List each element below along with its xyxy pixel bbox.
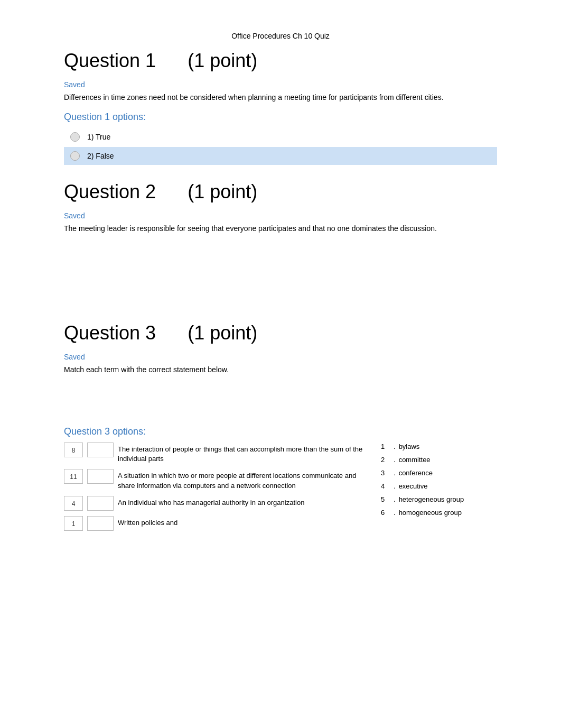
right-num-1: 1 [381, 443, 391, 450]
q3-spacer [64, 384, 497, 426]
option-true-row[interactable]: 1) True [64, 128, 497, 146]
matching-container: 8 The interaction of people or things th… [64, 443, 497, 534]
match-answer-4[interactable] [87, 516, 114, 531]
right-option-6: 6 . homogeneous group [381, 509, 497, 517]
question-1-saved: Saved [64, 80, 497, 89]
question-2-number: Question 2 [64, 181, 156, 202]
right-option-5: 5 . heterogeneous group [381, 495, 497, 503]
match-row-1: 8 The interaction of people or things th… [64, 443, 365, 464]
question-3-options-label: Question 3 options: [64, 426, 497, 437]
question-1-block: Question 1 (1 point) Saved Differences i… [64, 50, 497, 165]
right-dot-1: . [394, 443, 396, 450]
right-label-2: committee [399, 456, 431, 464]
right-dot-3: . [394, 469, 396, 477]
question-2-block: Question 2 (1 point) Saved The meeting l… [64, 181, 497, 306]
match-text-2: A situation in which two or more people … [118, 469, 365, 490]
match-row-4: 1 Written policies and [64, 516, 365, 531]
question-3-number: Question 3 [64, 322, 156, 344]
option-false-row[interactable]: 2) False [64, 147, 497, 165]
right-label-3: conference [399, 469, 433, 477]
right-num-2: 2 [381, 456, 391, 463]
match-num-3: 4 [64, 496, 83, 511]
quiz-title: Office Procedures Ch 10 Quiz [64, 32, 497, 40]
question-2-text: The meeting leader is responsible for se… [64, 223, 497, 234]
right-label-1: bylaws [399, 443, 420, 450]
right-num-4: 4 [381, 483, 391, 490]
match-answer-3[interactable] [87, 496, 114, 511]
matching-right: 1 . bylaws 2 . committee 3 . conference … [381, 443, 497, 534]
right-option-4: 4 . executive [381, 482, 497, 490]
right-num-6: 6 [381, 509, 391, 516]
option-false-radio[interactable] [70, 151, 80, 161]
question-3-saved: Saved [64, 353, 497, 361]
question-1-number: Question 1 [64, 50, 156, 71]
question-1-options-label: Question 1 options: [64, 112, 497, 123]
right-option-2: 2 . committee [381, 456, 497, 464]
match-text-1: The interaction of people or things that… [118, 443, 365, 464]
question-1-points: (1 point) [188, 50, 257, 71]
page-container: Office Procedures Ch 10 Quiz Question 1 … [53, 0, 508, 571]
right-option-1: 1 . bylaws [381, 443, 497, 450]
match-row-3: 4 An individual who has managerial autho… [64, 496, 365, 511]
match-num-2: 11 [64, 469, 83, 484]
q2-spacer [64, 243, 497, 306]
right-dot-6: . [394, 509, 396, 517]
option-true-label: 1) True [87, 133, 110, 141]
question-1-header: Question 1 (1 point) [64, 50, 497, 72]
match-answer-1[interactable] [87, 443, 114, 457]
match-text-3: An individual who has managerial authori… [118, 496, 304, 508]
question-3-block: Question 3 (1 point) Saved Match each te… [64, 322, 497, 534]
question-2-points: (1 point) [188, 181, 257, 202]
question-3-header: Question 3 (1 point) [64, 322, 497, 344]
right-option-3: 3 . conference [381, 469, 497, 477]
match-num-1: 8 [64, 443, 83, 457]
option-true-radio[interactable] [70, 132, 80, 142]
right-label-6: homogeneous group [399, 509, 462, 517]
match-text-4: Written policies and [118, 516, 177, 528]
question-1-text: Differences in time zones need not be co… [64, 92, 497, 103]
question-3-points: (1 point) [188, 322, 257, 344]
matching-left: 8 The interaction of people or things th… [64, 443, 365, 534]
question-3-text: Match each term with the correct stateme… [64, 364, 497, 375]
right-dot-5: . [394, 495, 396, 503]
question-2-saved: Saved [64, 211, 497, 220]
match-answer-2[interactable] [87, 469, 114, 484]
right-label-5: heterogeneous group [399, 495, 464, 503]
option-false-label: 2) False [87, 152, 114, 160]
right-num-5: 5 [381, 496, 391, 503]
right-num-3: 3 [381, 469, 391, 476]
match-row-2: 11 A situation in which two or more peop… [64, 469, 365, 490]
question-2-header: Question 2 (1 point) [64, 181, 497, 203]
right-dot-2: . [394, 456, 396, 464]
right-dot-4: . [394, 482, 396, 490]
match-num-4: 1 [64, 516, 83, 531]
right-label-4: executive [399, 482, 428, 490]
